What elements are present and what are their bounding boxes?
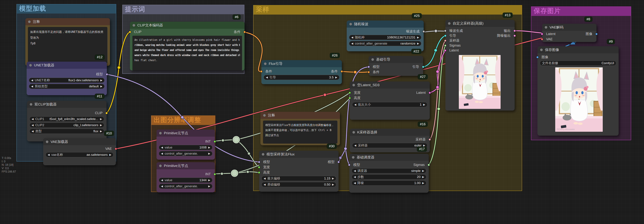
sigmas-output-port[interactable] bbox=[428, 163, 430, 166]
stepper-right-icon[interactable]: ▶ bbox=[100, 85, 102, 88]
stepper-left-icon[interactable]: ◀ bbox=[354, 175, 356, 178]
stepper-left-icon[interactable]: ◀ bbox=[31, 79, 33, 82]
widget-guidance[interactable]: ◀ 引导 3.5 ▶ bbox=[264, 75, 340, 80]
node-title-bar[interactable]: UNET加载器 bbox=[26, 62, 107, 69]
latent-input-port[interactable] bbox=[541, 33, 544, 35]
node-empty-latent-sd3[interactable]: 空Latent_SD3 宽度 Latent 高度 ◀ 批次大小 1 ▶ bbox=[350, 81, 430, 120]
node-title-bar[interactable]: Primitive元节点 bbox=[156, 130, 215, 137]
widget-steps[interactable]: ◀ 步数 20 ▶ bbox=[352, 174, 426, 179]
collapse-dot-icon[interactable] bbox=[352, 131, 355, 134]
node-primitive-width[interactable]: Primitive元节点 INT ◀ value 1008 ▶ ◀ contro… bbox=[156, 130, 215, 160]
stepper-left-icon[interactable]: ◀ bbox=[48, 153, 50, 156]
stepper-right-icon[interactable]: ▶ bbox=[100, 117, 102, 121]
stepper-left-icon[interactable]: ◀ bbox=[354, 169, 356, 172]
stepper-left-icon[interactable]: ◀ bbox=[264, 183, 266, 186]
widget-control-after-generate[interactable]: ◀ control_after_generate randomize ▶ bbox=[349, 41, 421, 46]
denoised-output-port[interactable] bbox=[514, 34, 516, 37]
collapse-dot-icon[interactable] bbox=[159, 132, 162, 134]
collapse-dot-icon[interactable] bbox=[262, 153, 264, 156]
widget-clip2[interactable]: ◀ CLIP2 clip_l.safetensors ▶ bbox=[30, 123, 104, 128]
collapse-dot-icon[interactable] bbox=[46, 140, 48, 143]
node-title-bar[interactable]: 模型采样算法Flux bbox=[259, 151, 338, 158]
node-dualclip-loader[interactable]: 双CLIP加载器 CLIP ◀ CLIP1 t5xxl_fp8_e4m3fn_s… bbox=[27, 101, 106, 141]
conditioning-output-port[interactable] bbox=[243, 31, 246, 33]
node-title-bar[interactable]: 空Latent_SD3 bbox=[350, 81, 430, 89]
node-title-bar[interactable]: CLIP文本编码器 bbox=[130, 22, 244, 29]
node-model-sampling-flux[interactable]: 模型采样算法Flux 模型 模型 宽度 高度 ◀ 最大偏移 1.15 ▶ ◀ 基… bbox=[259, 151, 338, 192]
widget-clip-type[interactable]: ◀ 类型 flux ▶ bbox=[30, 129, 104, 134]
conditioning-output-port[interactable] bbox=[340, 70, 343, 73]
widget-filename-prefix[interactable]: 文件名前缀 ComfyUI bbox=[540, 61, 616, 66]
sampler-output-port[interactable] bbox=[428, 138, 431, 141]
widget-sampler-name[interactable]: ◀ 采样器 euler ▶ bbox=[352, 143, 427, 148]
collapse-dot-icon[interactable] bbox=[350, 23, 352, 25]
stepper-left-icon[interactable]: ◀ bbox=[161, 146, 163, 149]
node-note-sampling[interactable]: 注释 模型采样算法Flux节点根据宽度和高度自动调整偏移值，如果不需要这样做，可… bbox=[260, 112, 340, 145]
widget-control-after-generate[interactable]: ◀ control_after_generate. ▶ bbox=[159, 151, 212, 156]
noise-input-port[interactable] bbox=[444, 30, 447, 32]
collapse-dot-icon[interactable] bbox=[352, 84, 355, 86]
widget-unet-name[interactable]: ◀ UNET名称 flux1-dev.safetensors ▶ bbox=[29, 78, 104, 83]
node-title-bar[interactable]: 保存图像 bbox=[538, 46, 619, 53]
conditioning-input-port[interactable] bbox=[260, 70, 263, 73]
stepper-left-icon[interactable]: ◀ bbox=[32, 117, 34, 121]
node-vae-loader[interactable]: VAE加载器 VAE ◀ vae名称 ae.safetensors ▶ bbox=[43, 138, 116, 165]
model-output-port[interactable] bbox=[338, 161, 340, 163]
node-title-bar[interactable]: 基础引导 bbox=[369, 56, 423, 63]
height-input-port[interactable] bbox=[348, 97, 351, 99]
widget-denoise[interactable]: ◀ 降噪 1.00 ▶ bbox=[352, 180, 426, 185]
vae-output-port[interactable] bbox=[115, 147, 117, 150]
stepper-left-icon[interactable]: ◀ bbox=[31, 85, 33, 88]
collapse-dot-icon[interactable] bbox=[372, 58, 374, 61]
stepper-left-icon[interactable]: ◀ bbox=[32, 124, 34, 127]
stepper-right-icon[interactable]: ▶ bbox=[332, 183, 334, 186]
width-input-port[interactable] bbox=[348, 91, 351, 94]
collapse-dot-icon[interactable] bbox=[264, 63, 266, 65]
collapse-dot-icon[interactable] bbox=[29, 64, 32, 67]
collapse-dot-icon[interactable] bbox=[545, 26, 547, 29]
collapse-dot-icon[interactable] bbox=[352, 156, 354, 159]
stepper-right-icon[interactable]: ▶ bbox=[423, 103, 425, 106]
widget-max-shift[interactable]: ◀ 最大偏移 1.15 ▶ bbox=[262, 176, 336, 181]
node-title-bar[interactable]: VAE解码 bbox=[542, 24, 596, 31]
stepper-right-icon[interactable]: ▶ bbox=[208, 185, 210, 188]
stepper-left-icon[interactable]: ◀ bbox=[354, 181, 356, 184]
node-title-bar[interactable]: 注释 bbox=[260, 112, 340, 119]
stepper-left-icon[interactable]: ◀ bbox=[161, 179, 163, 182]
stepper-right-icon[interactable]: ▶ bbox=[422, 169, 424, 172]
stepper-right-icon[interactable]: ▶ bbox=[109, 153, 111, 156]
collapse-dot-icon[interactable] bbox=[540, 49, 543, 51]
stepper-left-icon[interactable]: ◀ bbox=[266, 76, 268, 79]
stepper-left-icon[interactable]: ◀ bbox=[351, 42, 353, 45]
guider-input-port[interactable] bbox=[444, 34, 447, 37]
vae-input-port[interactable] bbox=[541, 38, 544, 41]
widget-clip1[interactable]: ◀ CLIP1 t5xxl_fp8_e4m3fn_scaled.safete..… bbox=[30, 116, 104, 122]
node-flux-guidance[interactable]: Flux引导 条件 条件 ◀ 引导 3.5 ▶ bbox=[261, 60, 342, 84]
stepper-left-icon[interactable]: ◀ bbox=[351, 36, 353, 39]
stepper-right-icon[interactable]: ▶ bbox=[422, 175, 424, 178]
stepper-right-icon[interactable]: ▶ bbox=[208, 152, 210, 155]
stepper-right-icon[interactable]: ▶ bbox=[422, 181, 424, 184]
sampler-input-port[interactable] bbox=[444, 39, 447, 42]
model-input-port[interactable] bbox=[348, 163, 350, 166]
output-port[interactable] bbox=[514, 30, 516, 32]
int-output-port[interactable] bbox=[214, 140, 216, 143]
node-graph-canvas[interactable]: 模型加载 提示词 出图分辨率调整 采样 保存图片 bbox=[0, 0, 644, 224]
stepper-left-icon[interactable]: ◀ bbox=[264, 177, 266, 180]
stepper-right-icon[interactable]: ▶ bbox=[335, 76, 337, 79]
noise-output-port[interactable] bbox=[422, 30, 425, 33]
node-basic-guider[interactable]: 基础引导 模型 引导 条件 bbox=[369, 56, 423, 76]
guider-output-port[interactable] bbox=[422, 66, 424, 68]
conditioning-input-port[interactable] bbox=[368, 71, 370, 73]
stepper-left-icon[interactable]: ◀ bbox=[354, 144, 356, 147]
stepper-left-icon[interactable]: ◀ bbox=[354, 103, 356, 106]
node-clip-text-encode[interactable]: CLIP文本编码器 CLIP 条件 An illustration of a g… bbox=[130, 22, 244, 70]
sigmas-input-port[interactable] bbox=[444, 44, 447, 47]
clip-output-port[interactable] bbox=[105, 112, 108, 114]
node-title-bar[interactable]: K采样器选择 bbox=[350, 129, 430, 136]
widget-scheduler[interactable]: ◀ 调度器 simple ▶ bbox=[352, 168, 426, 173]
stepper-right-icon[interactable]: ▶ bbox=[208, 146, 210, 149]
stepper-right-icon[interactable]: ▶ bbox=[208, 179, 210, 182]
widget-control-after-generate[interactable]: ◀ control_after_generate. ▶ bbox=[159, 184, 212, 189]
widget-value[interactable]: ◀ value 1008 ▶ bbox=[159, 145, 212, 150]
